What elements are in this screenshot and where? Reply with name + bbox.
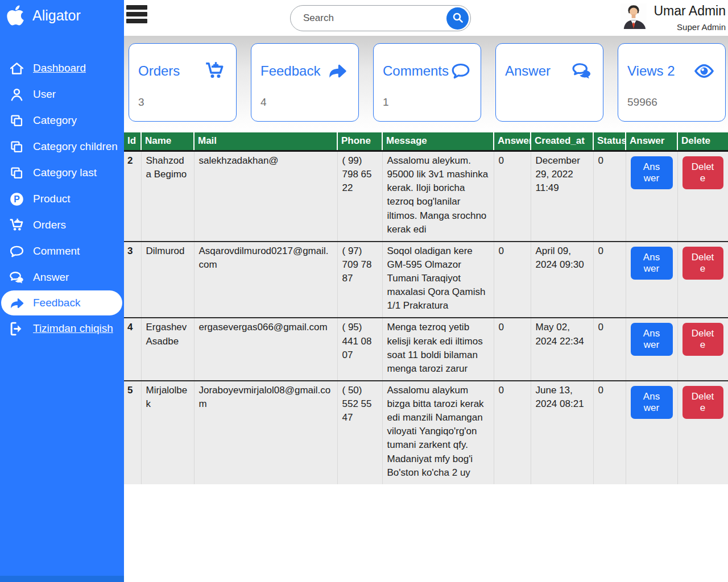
product-p-icon: P	[9, 192, 24, 207]
column-header-answer-8: Answer	[626, 132, 677, 151]
cell-id: 3	[124, 242, 141, 318]
cell-mail: ergasevergas066@gmail.com	[194, 318, 337, 381]
stat-card-views-2[interactable]: Views 259966	[618, 43, 726, 122]
answer-button[interactable]: Answer	[631, 323, 673, 356]
sidebar-item-product[interactable]: PProduct	[0, 186, 124, 212]
card-title: Feedback	[260, 63, 320, 79]
table-row: 2Shahzoda Begimosalekhzadakhan@( 99) 798…	[124, 151, 728, 242]
sidebar-nav: DashboardUserCategoryCategory childrenCa…	[0, 55, 124, 342]
sidebar-item-label: Category children	[33, 140, 118, 153]
sidebar-item-label: Dashboard	[33, 62, 86, 74]
share-icon	[9, 296, 24, 311]
delete-button[interactable]: Delete	[682, 247, 723, 280]
column-header-status-7: Status	[593, 132, 626, 151]
cell-status: 0	[593, 381, 626, 484]
sidebar-item-label: Answer	[33, 271, 69, 284]
cell-message: Soqol oladigan kere GM-595 Olmazor Tuman…	[382, 242, 494, 318]
cell-id: 2	[124, 151, 141, 242]
cell-id: 5	[124, 381, 141, 484]
cell-status: 0	[593, 318, 626, 381]
cell-answer-action: Answer	[626, 151, 677, 242]
cell-answer: 0	[494, 318, 531, 381]
card-title: Orders	[138, 63, 180, 79]
user-box[interactable]: Umar Admin Super Admin	[621, 2, 726, 32]
table-row: 3DilmurodAsqarovdilmurod0217@gmail.com( …	[124, 242, 728, 318]
answer-button[interactable]: Answer	[631, 386, 673, 419]
cell-created_at: December 29, 2022 11:49	[531, 151, 593, 242]
sidebar-item-label: Category	[33, 114, 77, 127]
table-row: 5MirjalolbekJoraboyevmirjalol08@gmail.co…	[124, 381, 728, 484]
cell-answer: 0	[494, 151, 531, 242]
sidebar-item-tizimdan-chiqish[interactable]: Tizimdan chiqish	[0, 315, 124, 342]
stat-card-orders[interactable]: Orders3	[129, 43, 237, 122]
cell-created_at: May 02, 2024 22:34	[531, 318, 593, 381]
sidebar-item-category[interactable]: Category	[0, 107, 124, 134]
copy-icon	[9, 139, 24, 155]
share-icon	[325, 61, 349, 81]
cell-name: Mirjalolbek	[141, 381, 194, 484]
cell-answer-action: Answer	[626, 381, 677, 484]
stat-card-answer[interactable]: Answer	[495, 43, 603, 122]
sidebar-item-label: User	[33, 88, 56, 101]
delete-button[interactable]: Delete	[682, 386, 723, 419]
card-value: 59966	[627, 96, 657, 109]
sidebar-item-orders[interactable]: Orders	[0, 212, 124, 238]
cell-answer: 0	[494, 381, 531, 484]
cell-answer-action: Answer	[626, 318, 677, 381]
user-role: Super Admin	[677, 22, 726, 32]
cell-mail: Asqarovdilmurod0217@gmail.com	[194, 242, 337, 318]
table-body: 2Shahzoda Begimosalekhzadakhan@( 99) 798…	[124, 151, 728, 484]
cell-status: 0	[593, 242, 626, 318]
cell-name: Dilmurod	[141, 242, 194, 318]
hamburger-menu-icon[interactable]	[126, 5, 149, 26]
sidebar-item-feedback[interactable]: Feedback	[1, 290, 122, 315]
sidebar-item-label: Product	[33, 193, 70, 205]
copy-icon	[9, 113, 24, 128]
apple-icon	[6, 4, 25, 27]
sidebar-item-category-children[interactable]: Category children	[0, 134, 124, 160]
cell-message: Assalomu aleykum. 95000 lik 3v1 mashinka…	[382, 151, 494, 242]
stat-card-comments[interactable]: Comments1	[373, 43, 481, 122]
sidebar-item-comment[interactable]: Comment	[0, 238, 124, 264]
cell-delete-action: Delete	[677, 151, 728, 242]
sidebar-item-answer[interactable]: Answer	[0, 264, 124, 290]
search-button[interactable]	[446, 7, 469, 30]
cart-arrow-down-icon	[9, 218, 24, 233]
sidebar-item-label: Feedback	[33, 297, 80, 309]
cell-delete-action: Delete	[677, 381, 728, 484]
comment-icon	[449, 61, 473, 81]
column-header-name-1: Name	[141, 132, 194, 151]
sidebar-item-label: Comment	[33, 245, 80, 257]
card-title: Answer	[505, 63, 551, 79]
card-value: 4	[260, 96, 267, 109]
column-header-answer-5: Answer	[494, 132, 531, 151]
sidebar-item-label: Category last	[33, 167, 97, 179]
column-header-mail-2: Mail	[194, 132, 337, 151]
table-header-row: IdNameMailPhoneMessageAnswerCreated_atSt…	[124, 132, 728, 151]
cell-delete-action: Delete	[677, 318, 728, 381]
cell-phone: ( 99) 798 65 22	[337, 151, 382, 242]
copy-icon	[9, 165, 24, 181]
delete-button[interactable]: Delete	[682, 156, 723, 189]
cell-message: Assalomu alaykum bizga bitta tarozi kera…	[382, 381, 494, 484]
logout-icon	[9, 321, 24, 336]
cell-name: Ergashev Asadbe	[141, 318, 194, 381]
sidebar: Aligator DashboardUserCategoryCategory c…	[0, 0, 124, 582]
sidebar-item-user[interactable]: User	[0, 81, 124, 107]
table-row: 4Ergashev Asadbeergasevergas066@gmail.co…	[124, 318, 728, 381]
answer-button[interactable]: Answer	[631, 156, 673, 189]
cell-phone: ( 50) 552 55 47	[337, 381, 382, 484]
column-header-delete-9: Delete	[677, 132, 728, 151]
answer-button[interactable]: Answer	[631, 247, 673, 280]
sidebar-item-category-last[interactable]: Category last	[0, 160, 124, 186]
delete-button[interactable]: Delete	[682, 323, 723, 356]
search-input[interactable]	[291, 12, 446, 24]
column-header-phone-3: Phone	[337, 132, 382, 151]
cell-answer: 0	[494, 242, 531, 318]
comments-icon	[570, 61, 594, 81]
sidebar-item-dashboard[interactable]: Dashboard	[0, 55, 124, 81]
stat-card-feedback[interactable]: Feedback4	[251, 43, 359, 122]
cell-delete-action: Delete	[677, 242, 728, 318]
column-header-message-4: Message	[382, 132, 494, 151]
cell-answer-action: Answer	[626, 242, 677, 318]
